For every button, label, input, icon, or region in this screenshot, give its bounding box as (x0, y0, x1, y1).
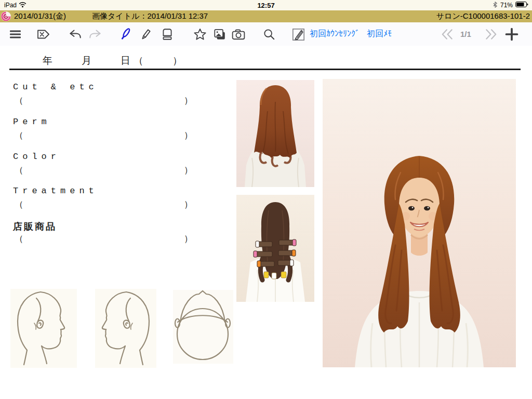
add-page-button[interactable] (502, 25, 521, 44)
favorite-button[interactable] (191, 25, 209, 44)
wifi-icon (19, 2, 26, 9)
title-bar: 2014/01/31(金) 画像タイトル：2014/01/31 12:37 サロ… (0, 10, 532, 22)
form-item-label: Color (13, 152, 200, 162)
eraser-tool-button[interactable] (158, 25, 177, 44)
add-plus-icon (504, 27, 519, 42)
status-bar: iPad 12:57 71% (0, 0, 532, 10)
device-label: iPad (4, 2, 17, 9)
next-page-button[interactable] (482, 25, 500, 44)
memo-note-button[interactable] (289, 25, 308, 44)
form-item-treatment: Treatment （） (13, 186, 200, 213)
image-title: 画像タイトル：2014/01/31 12:37 (92, 10, 208, 22)
hair-back-view-photo[interactable] (236, 80, 314, 187)
memo-note-icon (291, 28, 305, 42)
battery-icon (515, 2, 528, 9)
form-item-retail: 店販商品 （） (13, 220, 200, 247)
menu-icon (9, 28, 22, 41)
form-item-field: （） (15, 233, 191, 245)
first-memo-link[interactable]: 初回ﾒﾓ (367, 22, 392, 46)
camera-button[interactable] (229, 25, 248, 44)
app-window: iPad 12:57 71% (0, 0, 532, 399)
prev-page-button[interactable] (438, 25, 457, 44)
hair-coloring-photo[interactable] (236, 195, 314, 302)
form-item-field: （） (15, 95, 191, 107)
form-item-color: Color （） (13, 152, 200, 179)
portrait-photo[interactable] (323, 79, 516, 367)
clear-box-x-icon (36, 28, 51, 41)
date-header-line: 年 月 日（ ） (43, 54, 185, 68)
first-counseling-link[interactable]: 初回ｶｳﾝｾﾘﾝｸﾞ (310, 22, 360, 46)
search-button[interactable] (260, 25, 278, 44)
prev-page-icon (440, 28, 455, 41)
page-indicator: 1/1 (460, 22, 471, 46)
head-profile-left-diagram (95, 289, 156, 368)
camera-icon (231, 28, 246, 41)
marker-icon (139, 28, 152, 41)
form-item-field: （） (15, 129, 191, 142)
form-item-perm: Perm （） (13, 117, 200, 144)
marker-tool-button[interactable] (136, 25, 155, 44)
pen-icon (118, 27, 133, 42)
menu-button[interactable] (6, 25, 25, 44)
next-page-icon (483, 28, 499, 41)
star-icon (193, 28, 207, 42)
undo-icon (69, 28, 82, 41)
undo-button[interactable] (66, 25, 85, 44)
status-time: 12:57 (257, 0, 274, 10)
header-underline (9, 69, 521, 70)
eraser-icon (161, 28, 174, 41)
redo-icon (88, 28, 102, 41)
form-item-field: （） (15, 164, 191, 177)
form-item-label: Cut & etc (13, 82, 200, 92)
photo-library-button[interactable] (210, 25, 229, 44)
record-date: 2014/01/31(金) (14, 10, 66, 22)
bluetooth-icon (493, 1, 498, 10)
app-logo-icon (1, 11, 11, 23)
clear-button[interactable] (34, 25, 53, 44)
redo-button[interactable] (86, 25, 104, 44)
head-top-view-diagram (173, 290, 233, 364)
pen-tool-button[interactable] (116, 25, 135, 44)
form-item-label: 店販商品 (13, 220, 200, 233)
form-item-label: Perm (13, 117, 200, 127)
head-profile-right-diagram (10, 289, 77, 368)
document-canvas[interactable]: 年 月 日（ ） Cut & etc （） Perm （） Color （） T… (0, 46, 532, 399)
salon-code: サロン-C100001683-101-2 (436, 10, 530, 22)
form-item-field: （） (15, 198, 191, 211)
battery-percent: 71% (500, 2, 513, 9)
toolbar: 初回ｶｳﾝｾﾘﾝｸﾞ 初回ﾒﾓ 1/1 (0, 22, 532, 46)
photos-icon (212, 28, 227, 41)
form-item-cut: Cut & etc （） (13, 82, 200, 109)
search-icon (262, 28, 276, 41)
form-item-label: Treatment (13, 186, 200, 196)
